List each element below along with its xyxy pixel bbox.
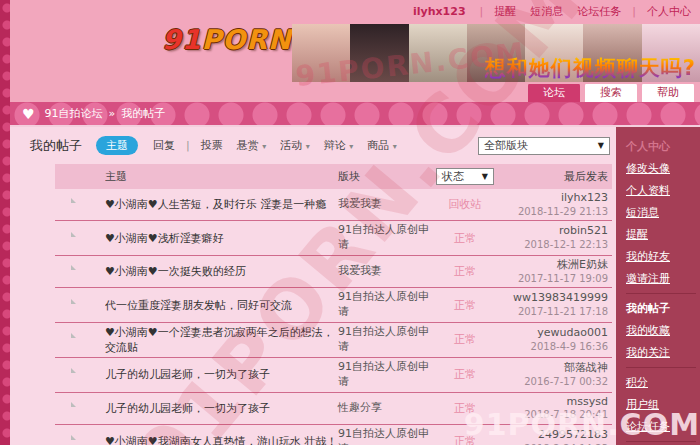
table-row: 儿子的幼儿园老师，一切为了孩子 性趣分享 正常 mssysd 2018-7-18… [55, 393, 612, 425]
filter-vote[interactable]: 投票 [201, 138, 223, 153]
thread-board-link[interactable]: 我爱我妻 [338, 197, 434, 212]
sidebar-link-用户组[interactable]: 用户组 [626, 397, 696, 412]
sidebar-link-提醒[interactable]: 提醒 [626, 227, 696, 242]
sidebar-section: 我的帖子我的收藏我的关注 [626, 293, 696, 360]
site-logo[interactable]: 91PORN [162, 26, 292, 53]
banner-photo-thumb [292, 24, 350, 82]
top-user-bar: ilyhx123 | 提醒短消息论坛任务 | 个人中心 [10, 0, 700, 22]
topbar-link[interactable]: 提醒 [494, 5, 516, 18]
breadcrumb: ♥ 91自拍论坛 » 我的帖子 [10, 102, 700, 127]
sidebar-link-修改头像[interactable]: 修改头像 [626, 161, 696, 176]
divider: | [480, 5, 484, 18]
thread-board-link[interactable]: 91自拍达人原创申请 [338, 427, 434, 445]
last-post-date: 2018-12-1 22:13 [524, 239, 608, 250]
thread-title[interactable]: ♥小湖南♥浅析淫妻癖好 [105, 231, 338, 246]
banner-photo-thumb [409, 24, 467, 82]
last-post-date: 2018-11-29 21:13 [518, 206, 608, 217]
heart-icon: ♥ [22, 106, 35, 122]
page-title: 我的帖子 [30, 137, 82, 155]
nav-tab-帮助[interactable]: 帮助 [642, 83, 694, 102]
table-row: ♥小湖南♥浅析淫妻癖好 91自拍达人原创申请 正常 robin521 2018-… [55, 221, 612, 256]
sidebar-section: 论坛个性化设定密码相关设置 [626, 441, 696, 445]
ad-banner-caption: 想和她们视频聊天吗? [485, 54, 696, 82]
content: 我的帖子 主题 回复 | 投票 悬赏 ▾活动 ▾辩论 ▾商品 ▾ 全部版块 ▼ … [10, 127, 700, 445]
table-row: ♥小湖南♥一次挺失败的经历 我爱我妻 正常 株洲E奶妹 2017-11-17 1… [55, 256, 612, 288]
page: ilyhx123 | 提醒短消息论坛任务 | 个人中心 91PORN 想和她们视… [10, 0, 700, 445]
filter-menus: 悬赏 ▾活动 ▾辩论 ▾商品 ▾ [230, 138, 404, 153]
caret-down-icon: ▾ [262, 142, 266, 151]
nav-tab-搜索[interactable]: 搜索 [585, 83, 637, 102]
divider: | [632, 5, 636, 18]
sidebar-link-邀请注册[interactable]: 邀请注册 [626, 271, 696, 286]
thread-status: 回收站 [449, 197, 482, 212]
thread-title[interactable]: 代一位重度淫妻朋友发帖，同好可交流 [105, 298, 338, 313]
sidebar-link-个人资料[interactable]: 个人资料 [626, 183, 696, 198]
thread-board-link[interactable]: 91自拍达人原创申请 [338, 290, 434, 320]
threads-table: 主题 版块 状态 ▼ 最后发表 ♥小湖南♥人生苦短，及时行乐 淫妻是一种瘾 我爱… [55, 164, 612, 445]
caret-down-icon: ▼ [598, 141, 604, 150]
last-poster[interactable]: mssysd [567, 395, 608, 408]
thread-board-link[interactable]: 91自拍达人原创申请 [338, 360, 434, 390]
thread-board-link[interactable]: 91自拍达人原创申请 [338, 223, 434, 253]
thread-title[interactable]: ♥小湖南♥一个淫妻患者沉寂两年之后的想法，交流贴 [105, 325, 338, 355]
thread-status: 正常 [454, 298, 476, 313]
thread-status: 正常 [454, 264, 476, 279]
topbar-link[interactable]: 论坛任务 [577, 5, 621, 18]
thread-board-link[interactable]: 性趣分享 [338, 401, 434, 416]
main-panel: 我的帖子 主题 回复 | 投票 悬赏 ▾活动 ▾辩论 ▾商品 ▾ 全部版块 ▼ … [10, 127, 616, 445]
thread-title[interactable]: ♥小湖南♥我湖南女人真热情，游山玩水 壮哉！ [105, 434, 338, 445]
breadcrumb-forum-link[interactable]: 91自拍论坛 [45, 106, 103, 121]
last-post-date: 2017-11-17 19:09 [518, 273, 608, 284]
main-nav: 论坛搜索帮助 [10, 84, 700, 102]
topbar-links: 提醒短消息论坛任务 [487, 4, 628, 19]
sidebar-link-论坛任务[interactable]: 论坛任务 [626, 419, 696, 434]
last-poster[interactable]: ilyhx123 [561, 191, 608, 204]
last-poster[interactable]: yewudao001 [537, 326, 608, 339]
logo-91: 91 [162, 24, 202, 55]
last-poster[interactable]: ww13983419999 [513, 291, 608, 304]
thread-status: 正常 [454, 434, 476, 445]
last-poster[interactable]: 部落战神 [564, 361, 608, 374]
banner-photo-thumb [350, 24, 408, 82]
thread-title[interactable]: ♥小湖南♥一次挺失败的经历 [105, 264, 338, 279]
thread-title[interactable]: 儿子的幼儿园老师，一切为了孩子 [105, 401, 338, 416]
board-select[interactable]: 全部版块 ▼ [478, 137, 610, 155]
sidebar: 个人中心修改头像个人资料短消息提醒我的好友邀请注册我的帖子我的收藏我的关注积分用… [616, 127, 700, 445]
caret-down-icon: ▼ [482, 172, 488, 181]
table-row: ♥小湖南♥我湖南女人真热情，游山玩水 壮哉！ 91自拍达人原创申请 正常 249… [55, 425, 612, 445]
caret-down-icon: ▾ [349, 142, 353, 151]
topbar-link-profile-center[interactable]: 个人中心 [647, 4, 691, 19]
caret-down-icon: ▾ [393, 142, 397, 151]
filter-menu[interactable]: 辩论 ▾ [324, 139, 354, 152]
thread-board-link[interactable]: 我爱我妻 [338, 264, 434, 279]
ad-banner[interactable]: 想和她们视频聊天吗? [292, 24, 700, 82]
thread-title[interactable]: 儿子的幼儿园老师，一切为了孩子 [105, 367, 338, 382]
sidebar-link-积分[interactable]: 积分 [626, 375, 696, 390]
thread-status: 正常 [454, 367, 476, 382]
nav-tab-论坛[interactable]: 论坛 [528, 83, 580, 102]
filter-menu[interactable]: 悬赏 ▾ [237, 139, 267, 152]
topbar-link[interactable]: 短消息 [530, 5, 563, 18]
sidebar-link-我的关注[interactable]: 我的关注 [626, 345, 696, 360]
sidebar-section: 积分用户组论坛任务 [626, 367, 696, 434]
table-row: 代一位重度淫妻朋友发帖，同好可交流 91自拍达人原创申请 正常 ww139834… [55, 288, 612, 323]
filter-menu[interactable]: 商品 ▾ [367, 139, 397, 152]
thread-status: 正常 [454, 231, 476, 246]
last-poster[interactable]: robin521 [559, 224, 608, 237]
sidebar-section: 个人中心修改头像个人资料短消息提醒我的好友邀请注册 [626, 139, 696, 286]
username[interactable]: ilyhx123 [413, 5, 466, 18]
thread-board-link[interactable]: 91自拍达人原创申请 [338, 325, 434, 355]
sidebar-link-短消息[interactable]: 短消息 [626, 205, 696, 220]
tab-replies[interactable]: 回复 [153, 138, 175, 153]
thread-title[interactable]: ♥小湖南♥人生苦短，及时行乐 淫妻是一种瘾 [105, 197, 338, 212]
last-poster[interactable]: 2499572183 [538, 428, 608, 441]
breadcrumb-current-page: 我的帖子 [121, 106, 165, 121]
tab-topics[interactable]: 主题 [96, 136, 138, 155]
filter-menu[interactable]: 活动 ▾ [280, 139, 310, 152]
last-post-date: 2018-4-9 16:36 [531, 341, 608, 352]
sidebar-link-我的收藏[interactable]: 我的收藏 [626, 323, 696, 338]
sidebar-link-我的好友[interactable]: 我的好友 [626, 249, 696, 264]
sidebar-section-header: 个人中心 [626, 139, 696, 154]
last-poster[interactable]: 株洲E奶妹 [557, 258, 608, 271]
status-select[interactable]: 状态 ▼ [436, 168, 494, 185]
